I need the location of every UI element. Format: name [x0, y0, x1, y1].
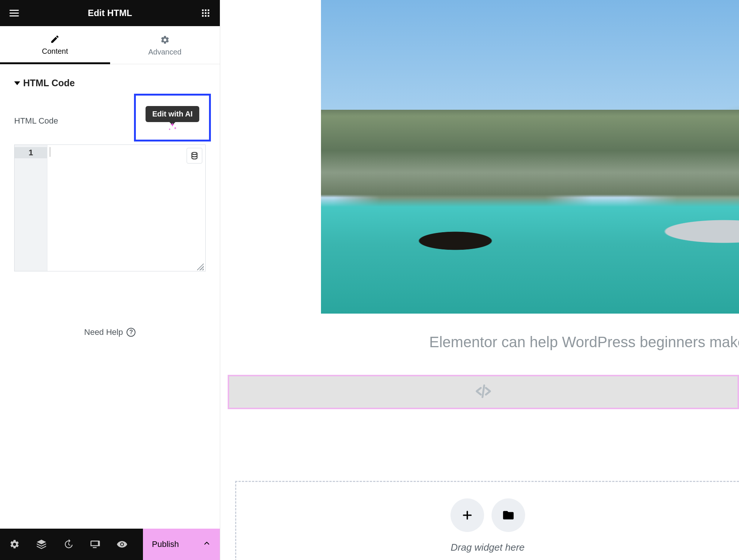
section-title: HTML Code	[23, 78, 75, 88]
editor-panel: Edit HTML Content Advanced	[0, 0, 220, 560]
preview-icon[interactable]	[116, 538, 128, 551]
drop-zone-subtext: Drag widget here	[236, 542, 739, 553]
editor-line-number: 1	[15, 147, 47, 158]
panel-bottom-bar: Publish	[0, 529, 220, 560]
html-code-editor[interactable]: 1	[14, 144, 206, 271]
drop-zone[interactable]: Drag widget here	[235, 481, 739, 560]
field-label-htmlcode: HTML Code	[14, 116, 58, 126]
dynamic-tags-button[interactable]	[187, 148, 202, 164]
svg-rect-0	[202, 9, 203, 11]
editor-textarea[interactable]	[47, 145, 205, 271]
need-help-link[interactable]: Need Help ?	[0, 271, 220, 337]
code-icon	[473, 381, 493, 403]
publish-button[interactable]: Publish	[143, 529, 220, 560]
edit-with-ai-tooltip: Edit with AI	[146, 106, 199, 122]
svg-rect-4	[205, 12, 206, 14]
svg-rect-1	[205, 9, 206, 11]
tab-advanced-label: Advanced	[148, 48, 181, 56]
html-widget-placeholder[interactable]	[228, 375, 739, 409]
caption-text: Elementor can help WordPress beginners m…	[429, 334, 739, 351]
hero-image	[321, 0, 739, 314]
need-help-label: Need Help	[84, 327, 123, 337]
panel-header: Edit HTML	[0, 0, 220, 26]
svg-rect-5	[208, 12, 209, 14]
add-widget-button[interactable]	[450, 498, 484, 532]
history-icon[interactable]	[62, 538, 75, 551]
editor-resize-handle[interactable]	[197, 264, 204, 270]
edit-with-ai-highlight: Edit with AI	[134, 94, 211, 141]
caret-down-icon	[14, 81, 20, 85]
editor-gutter: 1	[15, 145, 47, 271]
gear-icon	[160, 35, 170, 45]
editor-cursor	[50, 147, 50, 157]
svg-rect-3	[202, 12, 203, 14]
panel-title: Edit HTML	[88, 8, 132, 18]
add-template-button[interactable]	[492, 498, 525, 532]
sparkle-ai-icon[interactable]	[167, 122, 178, 134]
widgets-grid-icon[interactable]	[200, 7, 212, 19]
help-icon: ?	[127, 328, 135, 337]
canvas-preview[interactable]: Elementor can help WordPress beginners m…	[220, 0, 739, 560]
settings-icon[interactable]	[8, 538, 21, 551]
navigator-icon[interactable]	[35, 538, 48, 551]
svg-rect-8	[208, 15, 209, 16]
tab-content-label: Content	[42, 47, 68, 56]
menu-icon[interactable]	[8, 7, 20, 19]
chevron-up-icon[interactable]	[203, 539, 211, 550]
svg-point-9	[192, 152, 197, 155]
svg-rect-6	[202, 15, 203, 16]
tab-content[interactable]: Content	[0, 26, 110, 64]
publish-label: Publish	[152, 539, 179, 549]
panel-tabs: Content Advanced	[0, 26, 220, 64]
svg-rect-2	[208, 9, 209, 11]
responsive-icon[interactable]	[89, 538, 102, 551]
section-header-htmlcode[interactable]: HTML Code	[0, 64, 220, 94]
tab-advanced[interactable]: Advanced	[110, 26, 220, 64]
svg-rect-7	[205, 15, 206, 16]
pencil-icon	[50, 34, 60, 44]
